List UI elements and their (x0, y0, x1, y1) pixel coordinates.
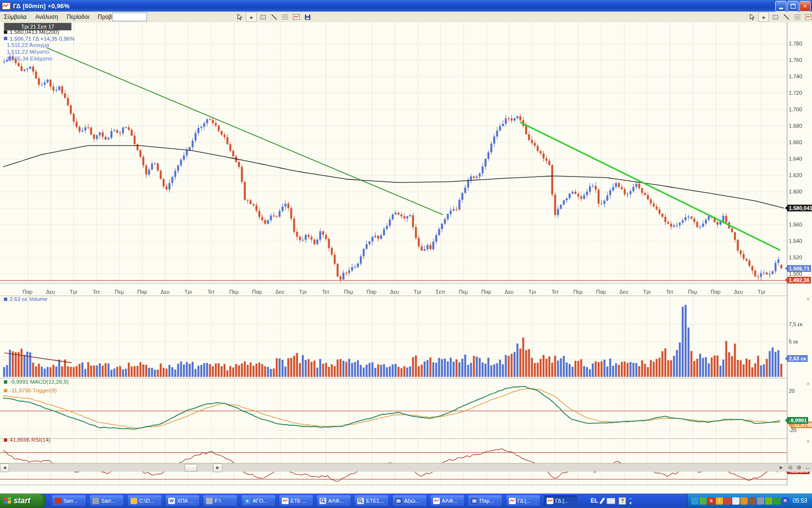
chart-tool-icon[interactable] (291, 13, 301, 21)
restore-button[interactable] (787, 1, 798, 12)
tray-speaker-gray-icon[interactable] (757, 497, 764, 505)
taskbar-button-4[interactable]: WΧΠΑ ... (166, 495, 199, 506)
title-bar: ΓΔ [60min] +0,96% × (0, 0, 812, 12)
language-options-icon[interactable]: ⌐▾ (629, 496, 632, 506)
taskbar-button-12[interactable]: Παρ... (468, 495, 502, 506)
save-tool-icon[interactable] (303, 13, 312, 21)
tray-circle-green-icon[interactable] (773, 497, 781, 505)
price-chart-canvas[interactable] (0, 22, 812, 485)
crosshair-tool-icon[interactable]: + (246, 12, 257, 22)
legend-row-4: 1.505,34 Ελάχιστο (7, 56, 52, 61)
word-doc-icon: W (168, 498, 175, 504)
application-window: ΓΔ [60min] +0,96% × Σύμβολα Ανάλυση Περί… (0, 0, 812, 508)
minimize-button[interactable] (775, 1, 786, 12)
taskbar-button-9[interactable]: ΕΤΕ1... (355, 495, 388, 506)
date-axis-tick: Τρι (294, 289, 311, 295)
tray-faces-brown-icon[interactable] (749, 497, 756, 505)
tray-ball-green-icon[interactable] (699, 497, 707, 505)
taskbar-button-label: Sarr... (63, 498, 77, 504)
tray-network-blue-icon[interactable]: R (782, 497, 789, 505)
price-axis-tick: 1.660 (789, 139, 802, 145)
price-axis-tick: 1.780 (789, 41, 802, 46)
scroll-right-arrow[interactable]: ▶ (213, 463, 222, 472)
tray-alert-orange-icon[interactable] (740, 497, 748, 505)
scroll-left-arrow[interactable]: ◀ (0, 463, 9, 472)
menu-analysis[interactable]: Ανάλυση (31, 12, 62, 22)
date-axis-tick: Τρι (753, 289, 769, 295)
menu-symbols[interactable]: Σύμβολα (0, 12, 30, 22)
taskbar-button-13[interactable]: ΓΔ [... (507, 495, 540, 506)
chart-tool-icon[interactable] (804, 13, 812, 21)
date-axis-tick: Παρ (708, 289, 724, 295)
menu-periods[interactable]: Περίοδοι (63, 12, 93, 22)
taskbar-button-14[interactable]: ΓΔ [... (544, 495, 578, 506)
panel-close-icon[interactable]: × (805, 381, 811, 387)
monitor-icon (395, 498, 402, 504)
panel-close-icon[interactable]: × (805, 296, 811, 302)
legend-text: -11,9796 Trigger(9) (10, 388, 57, 393)
crosshair-tool-icon[interactable]: + (758, 12, 769, 22)
zoom-out-icon[interactable]: ⊖ (788, 464, 793, 471)
date-axis-tick: Πεμ (111, 289, 128, 295)
date-axis-tick: Πεμ (570, 289, 586, 295)
chart-icon (433, 498, 440, 504)
system-tray: S!R05:53 (686, 493, 812, 508)
date-axis-tick: Δευ (42, 289, 58, 295)
chart-step-icon[interactable]: ▶ (780, 465, 783, 470)
keyboard-icon[interactable] (607, 498, 615, 504)
date-axis-tick: Τετ (662, 289, 678, 295)
fit-width-icon[interactable]: ↔ (805, 464, 811, 471)
taskbar-button-8[interactable]: ΑΛΦ... (317, 495, 350, 506)
legend-text: 1.580,0413 Με(200) (10, 29, 59, 35)
drive-icon (206, 498, 213, 504)
help-icon[interactable]: ? (619, 497, 626, 505)
line-tool-icon[interactable] (782, 13, 791, 21)
taskbar-button-2[interactable]: Sarr... (90, 495, 123, 506)
taskbar-button-3[interactable]: C:\D... (128, 495, 161, 506)
chart-area: Τρι 21 Σεπ 17 1.580,0413 Με(200)1.506,71… (0, 22, 812, 485)
tray-shield-blue-icon[interactable] (691, 497, 698, 505)
toolbar-group-right: + (747, 12, 812, 22)
pointer-tool-icon[interactable] (747, 13, 757, 21)
tray-antivirus-red-icon[interactable]: S (708, 497, 715, 505)
tray-doc-white-icon[interactable] (732, 497, 740, 505)
date-axis-tick: Δευ (272, 289, 288, 295)
legend-row-1: 1.506,71 ΓΔ +14,35 0,96% (4, 36, 75, 42)
tray-nvidia-green-icon[interactable] (765, 497, 772, 505)
chart-app-icon (2, 2, 11, 10)
close-button[interactable]: × (799, 1, 811, 12)
grid-tool-icon[interactable] (793, 13, 802, 21)
grid-tool-icon[interactable] (280, 13, 290, 21)
language-indicator[interactable]: EL (591, 497, 598, 504)
pointer-tool-icon[interactable] (235, 13, 245, 21)
tray-heart-red-icon[interactable] (724, 497, 731, 505)
symbol-input[interactable] (112, 13, 147, 21)
taskbar-button-11[interactable]: ΑΛΦ... (431, 495, 464, 506)
taskbar-button-5[interactable]: F:\ (203, 495, 237, 506)
legend-swatch (4, 380, 7, 384)
legend-text: 1.505,34 Ελάχιστο (7, 56, 52, 61)
line-tool-icon[interactable] (269, 13, 279, 21)
legend-swatch (4, 30, 7, 34)
last-price-label: 1.506,71 (787, 265, 811, 272)
legend-text: 1.506,71 ΓΔ +14,35 0,96% (10, 36, 75, 42)
macd-legend: -9,9991 MACD(12,26,9) (4, 379, 69, 385)
price-axis-tick: 1.600 (789, 189, 802, 194)
taskbar-button-7[interactable]: ΕΤΕ ... (279, 495, 313, 506)
scroll-thumb[interactable] (185, 464, 197, 472)
legend-text: 41,8696 RSI(14) (10, 437, 50, 443)
zoom-in-icon[interactable]: ⊕ (797, 464, 801, 471)
taskbar-button-1[interactable]: Sarr... (52, 495, 86, 506)
start-button[interactable]: start (0, 493, 45, 508)
date-axis-tick: Παρ (134, 289, 150, 295)
box-tool-icon[interactable] (258, 13, 268, 21)
panel-close-icon[interactable]: × (805, 438, 811, 444)
date-axis-tick: Τετ (203, 289, 219, 295)
chart-scrollbar: ◀▶▶⊖⊕↔ (0, 463, 812, 472)
legend-row-0: 1.580,0413 Με(200) (4, 29, 59, 35)
pen-icon[interactable] (600, 497, 605, 504)
box-tool-icon[interactable] (770, 13, 780, 21)
tray-shield-yellow-icon[interactable]: ! (716, 497, 723, 505)
taskbar-button-6[interactable]: eΑΓΟ... (242, 495, 275, 506)
taskbar-button-10[interactable]: Αξιώ... (393, 495, 426, 506)
